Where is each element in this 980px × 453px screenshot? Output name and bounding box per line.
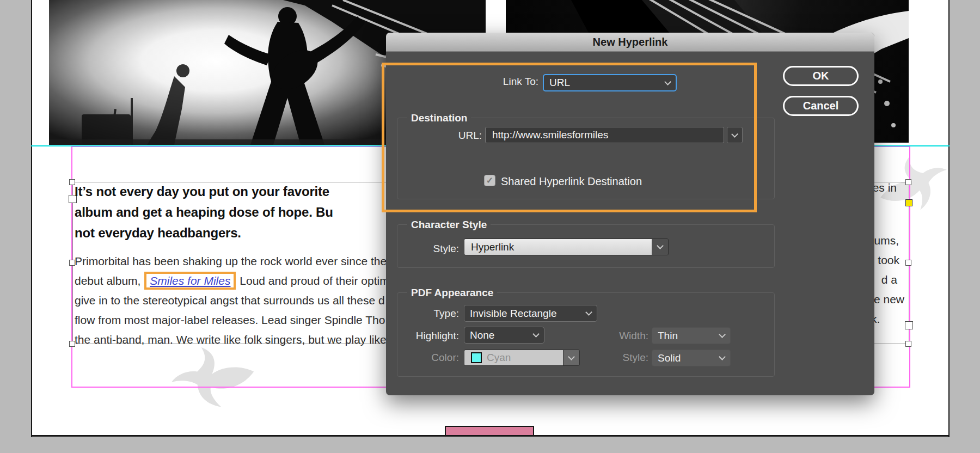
column-fragment: took: [878, 254, 899, 267]
pdf-appearance-legend: PDF Appearance: [407, 287, 497, 299]
chevron-down-icon: [532, 330, 540, 338]
frame-handle-mid-right[interactable]: [905, 260, 911, 266]
chevron-down-icon: [719, 331, 726, 338]
pdf-style-value: Solid: [658, 352, 720, 364]
dialog-title: New Hyperlink: [593, 36, 668, 48]
chevron-down-icon: [657, 242, 664, 249]
frame-handle-bottom-right[interactable]: [905, 341, 911, 347]
article-text-column[interactable]: It’s not every day you put on your favor…: [74, 180, 387, 346]
width-label: Width:: [610, 330, 648, 342]
url-label: URL:: [451, 130, 482, 142]
url-history-dropdown-button[interactable]: [727, 127, 743, 143]
pdf-style-label: Style:: [610, 352, 648, 364]
color-dropdown[interactable]: Cyan: [464, 350, 580, 366]
highlight-label: Highlight:: [405, 330, 459, 342]
chevron-down-icon: [585, 309, 592, 316]
highlight-value: None: [470, 329, 534, 341]
character-style-dropdown[interactable]: Hyperlink: [464, 238, 669, 255]
body-text: debut album,: [75, 274, 144, 287]
checkmark-icon: ✓: [486, 175, 493, 186]
body-line: give in to the stereotypical angst that …: [75, 294, 385, 307]
pdf-style-dropdown[interactable]: Solid: [652, 350, 731, 366]
character-style-value: Hyperlink: [464, 239, 652, 255]
highlight-dropdown[interactable]: None: [464, 327, 544, 344]
chevron-down-icon: [731, 131, 738, 138]
link-to-value: URL: [549, 77, 665, 89]
style-label: Style:: [415, 243, 459, 255]
body-text: Loud and proud of their optimi: [236, 274, 387, 287]
url-input[interactable]: http://www.smilesformiles: [485, 127, 724, 143]
frame-out-port[interactable]: [905, 321, 913, 329]
type-label: Type:: [415, 308, 459, 320]
type-dropdown[interactable]: Invisible Rectangle: [464, 305, 597, 322]
chevron-down-icon: [568, 353, 575, 360]
cancel-button[interactable]: Cancel: [783, 96, 859, 116]
link-to-label: Link To:: [479, 76, 538, 88]
headline-line: not everyday headbangers.: [75, 225, 241, 241]
indesign-workspace: It’s not every day you put on your favor…: [0, 0, 980, 453]
column-fragment: es in: [873, 181, 897, 194]
width-dropdown[interactable]: Thin: [652, 327, 731, 344]
destination-legend: Destination: [407, 112, 471, 124]
link-to-dropdown[interactable]: URL: [543, 74, 677, 91]
new-hyperlink-dialog: New Hyperlink Link To: URL Destination U…: [386, 33, 874, 395]
dropdown-button[interactable]: [563, 350, 579, 365]
cyan-swatch-icon: [471, 352, 482, 363]
color-value: Cyan: [487, 352, 511, 364]
color-value-cell: Cyan: [464, 350, 563, 365]
headline-line: It’s not every day you put on your favor…: [75, 184, 329, 199]
type-value: Invisible Rectangle: [470, 308, 586, 320]
column-fragment: d a: [881, 273, 897, 286]
chevron-down-icon: [719, 353, 726, 360]
body-line: flow from most major-label releases. Lea…: [75, 314, 385, 327]
character-style-legend: Character Style: [407, 219, 491, 231]
corner-options-handle[interactable]: [905, 199, 912, 206]
body-line: debut album, Smiles for Miles Loud and p…: [75, 274, 387, 287]
width-value: Thin: [658, 330, 720, 342]
shared-destination-label[interactable]: Shared Hyperlink Destination: [501, 175, 642, 188]
ok-button[interactable]: OK: [783, 66, 859, 86]
page-bottom-edge: [31, 435, 950, 437]
hyperlink-source-text[interactable]: Smiles for Miles: [144, 272, 236, 290]
frame-handle-top-right[interactable]: [905, 179, 911, 185]
color-label: Color:: [421, 352, 459, 364]
column-fragment: iums,: [872, 234, 899, 247]
shared-destination-checkbox[interactable]: ✓: [484, 175, 495, 186]
body-line: Primorbital has been shaking up the rock…: [75, 255, 387, 268]
body-line: the anti-band, man. We write like folk s…: [75, 333, 387, 346]
headline-line: album and get a heaping dose of hope. Bu: [75, 205, 333, 220]
dialog-titlebar[interactable]: New Hyperlink: [386, 33, 874, 52]
chevron-down-icon: [664, 78, 671, 85]
url-value: http://www.smilesformiles: [492, 129, 608, 141]
dropdown-button[interactable]: [652, 239, 668, 255]
